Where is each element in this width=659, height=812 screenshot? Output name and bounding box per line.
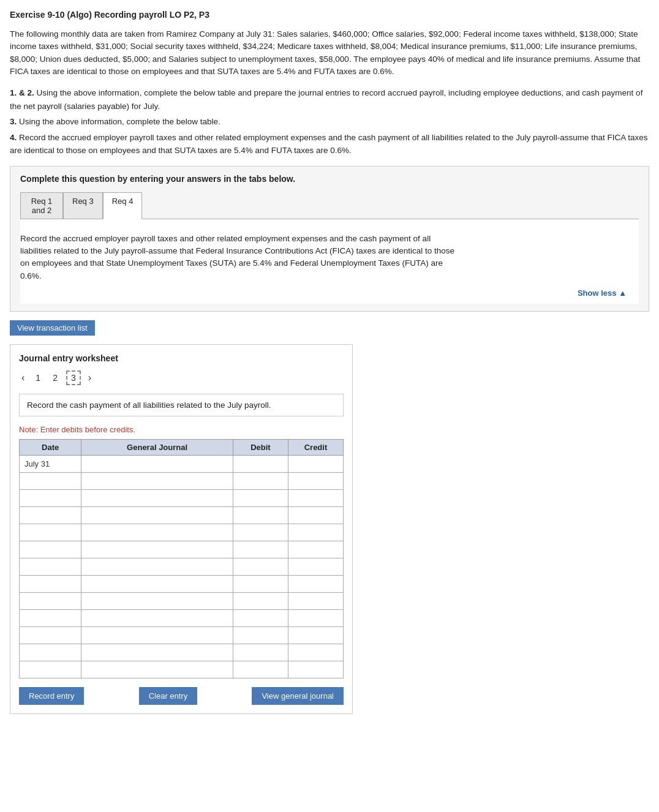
journal-input-5[interactable] <box>86 528 228 537</box>
debit-input-12[interactable] <box>238 648 283 657</box>
journal-input-10[interactable] <box>86 614 228 623</box>
debit-cell-13[interactable] <box>233 661 288 678</box>
debit-cell-1[interactable] <box>233 455 288 472</box>
debit-input-2[interactable] <box>238 476 283 486</box>
table-row <box>20 644 344 661</box>
journal-cell-12[interactable] <box>81 644 233 661</box>
journal-cell-10[interactable] <box>81 609 233 626</box>
debit-cell-5[interactable] <box>233 524 288 541</box>
debit-cell-8[interactable] <box>233 575 288 592</box>
view-general-journal-button[interactable]: View general journal <box>252 687 344 705</box>
debit-input-9[interactable] <box>238 596 283 606</box>
debit-cell-7[interactable] <box>233 558 288 575</box>
nav-page-1[interactable]: 1 <box>32 372 44 384</box>
credit-input-8[interactable] <box>293 579 338 588</box>
instr-1-text: Using the above information, complete th… <box>10 88 642 111</box>
view-transaction-button[interactable]: View transaction list <box>10 320 95 336</box>
journal-input-7[interactable] <box>86 562 228 571</box>
credit-input-7[interactable] <box>293 562 338 571</box>
tab-req3[interactable]: Req 3 <box>63 192 103 219</box>
date-cell-9 <box>20 592 81 609</box>
credit-cell-9[interactable] <box>288 592 343 609</box>
credit-cell-5[interactable] <box>288 524 343 541</box>
journal-cell-13[interactable] <box>81 661 233 678</box>
debit-input-10[interactable] <box>238 614 283 623</box>
credit-cell-3[interactable] <box>288 489 343 506</box>
journal-input-2[interactable] <box>86 476 228 486</box>
journal-input-8[interactable] <box>86 579 228 588</box>
debit-input-8[interactable] <box>238 579 283 588</box>
credit-input-1[interactable] <box>293 459 338 468</box>
credit-cell-6[interactable] <box>288 541 343 558</box>
credit-cell-12[interactable] <box>288 644 343 661</box>
clear-entry-button[interactable]: Clear entry <box>139 687 198 705</box>
journal-cell-7[interactable] <box>81 558 233 575</box>
nav-page-3[interactable]: 3 <box>66 370 81 385</box>
journal-cell-9[interactable] <box>81 592 233 609</box>
debit-cell-12[interactable] <box>233 644 288 661</box>
journal-cell-3[interactable] <box>81 489 233 506</box>
journal-cell-11[interactable] <box>81 626 233 644</box>
journal-cell-1[interactable] <box>81 455 233 472</box>
credit-cell-7[interactable] <box>288 558 343 575</box>
date-cell-11 <box>20 626 81 644</box>
debit-cell-6[interactable] <box>233 541 288 558</box>
credit-input-5[interactable] <box>293 528 338 537</box>
debit-cell-3[interactable] <box>233 489 288 506</box>
debit-cell-10[interactable] <box>233 609 288 626</box>
debit-input-4[interactable] <box>238 511 283 520</box>
nav-next-button[interactable]: › <box>86 372 94 383</box>
nav-page-2[interactable]: 2 <box>49 372 61 384</box>
tab-req1and2[interactable]: Req 1 and 2 <box>20 192 63 219</box>
journal-input-12[interactable] <box>86 648 228 657</box>
record-entry-button[interactable]: Record entry <box>19 687 84 705</box>
tabs-row: Req 1 and 2 Req 3 Req 4 <box>20 192 639 219</box>
nav-prev-button[interactable]: ‹ <box>19 372 27 383</box>
credit-input-13[interactable] <box>293 665 338 674</box>
debit-input-11[interactable] <box>238 631 283 640</box>
debit-input-3[interactable] <box>238 494 283 503</box>
debit-input-5[interactable] <box>238 528 283 537</box>
journal-cell-8[interactable] <box>81 575 233 592</box>
debit-cell-11[interactable] <box>233 626 288 644</box>
debit-input-6[interactable] <box>238 545 283 554</box>
debit-cell-4[interactable] <box>233 506 288 524</box>
journal-input-3[interactable] <box>86 494 228 503</box>
credit-input-4[interactable] <box>293 511 338 520</box>
journal-input-1[interactable] <box>86 459 228 468</box>
credit-input-10[interactable] <box>293 614 338 623</box>
show-less-button[interactable]: Show less <box>20 288 639 304</box>
journal-input-6[interactable] <box>86 545 228 554</box>
debit-cell-9[interactable] <box>233 592 288 609</box>
journal-input-11[interactable] <box>86 631 228 640</box>
credit-input-12[interactable] <box>293 648 338 657</box>
instr-3-text: Using the above information, complete th… <box>17 117 220 126</box>
credit-input-11[interactable] <box>293 631 338 640</box>
debit-input-13[interactable] <box>238 665 283 674</box>
debit-cell-2[interactable] <box>233 472 288 489</box>
journal-input-9[interactable] <box>86 596 228 606</box>
note-text: Note: Enter debits before credits. <box>19 425 344 434</box>
credit-cell-10[interactable] <box>288 609 343 626</box>
credit-input-2[interactable] <box>293 476 338 486</box>
journal-input-4[interactable] <box>86 511 228 520</box>
journal-input-13[interactable] <box>86 665 228 674</box>
credit-input-6[interactable] <box>293 545 338 554</box>
credit-input-9[interactable] <box>293 596 338 606</box>
debit-input-7[interactable] <box>238 562 283 571</box>
tab-req4[interactable]: Req 4 <box>103 192 143 219</box>
intro-text: The following monthly data are taken fro… <box>10 28 649 78</box>
credit-cell-2[interactable] <box>288 472 343 489</box>
debit-input-1[interactable] <box>238 459 283 468</box>
credit-input-3[interactable] <box>293 494 338 503</box>
journal-cell-2[interactable] <box>81 472 233 489</box>
journal-cell-5[interactable] <box>81 524 233 541</box>
credit-cell-11[interactable] <box>288 626 343 644</box>
credit-cell-8[interactable] <box>288 575 343 592</box>
credit-cell-13[interactable] <box>288 661 343 678</box>
credit-cell-4[interactable] <box>288 506 343 524</box>
journal-cell-4[interactable] <box>81 506 233 524</box>
journal-cell-6[interactable] <box>81 541 233 558</box>
col-debit: Debit <box>233 439 288 455</box>
credit-cell-1[interactable] <box>288 455 343 472</box>
